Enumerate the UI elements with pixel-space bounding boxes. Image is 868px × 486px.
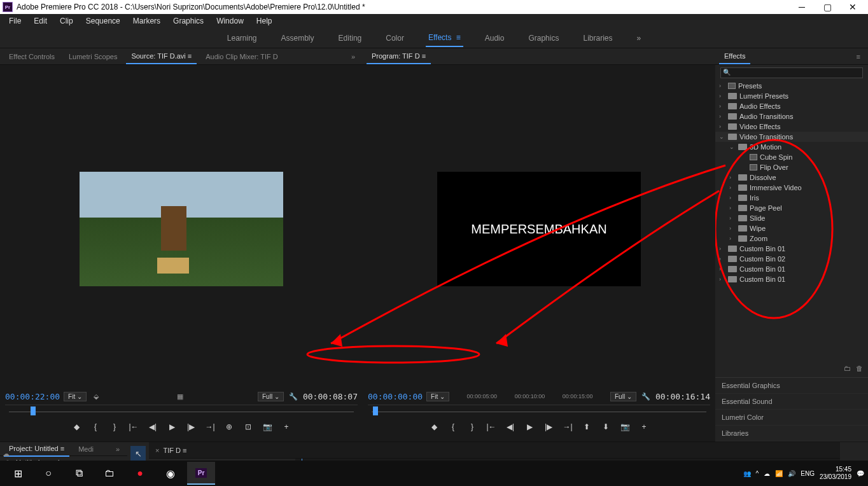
go-in-icon[interactable]: |← xyxy=(484,420,498,434)
ws-overflow-icon[interactable]: » xyxy=(634,30,644,46)
program-zoom-dropdown[interactable]: Full ⌄ xyxy=(610,392,636,401)
ws-color[interactable]: Color xyxy=(383,30,407,46)
add-marker-icon[interactable]: ◆ xyxy=(427,420,441,434)
source-settings-icon[interactable]: 🔧 xyxy=(288,391,299,402)
effects-tree-item[interactable]: ›Audio Transitions xyxy=(715,111,868,122)
program-settings-icon[interactable]: 🔧 xyxy=(640,391,652,402)
source-fit-dropdown[interactable]: Fit ⌄ xyxy=(64,392,87,401)
ws-learning[interactable]: Learning xyxy=(225,30,260,46)
ws-editing[interactable]: Editing xyxy=(336,30,365,46)
task-view-icon[interactable]: ⧉ xyxy=(65,462,93,485)
creative-cloud-icon[interactable]: ☁ xyxy=(3,450,10,458)
tray-up-icon[interactable]: ^ xyxy=(756,470,759,477)
effects-tree-item[interactable]: ›Page Peel xyxy=(715,203,868,213)
volume-icon[interactable]: 🔊 xyxy=(788,470,795,477)
mark-in-icon[interactable]: { xyxy=(446,420,460,434)
minimize-button[interactable]: ─ xyxy=(789,0,815,14)
expand-arrow-icon[interactable]: › xyxy=(719,256,725,262)
start-button[interactable]: ⊞ xyxy=(4,462,32,485)
export-frame-icon[interactable]: 📷 xyxy=(618,420,632,434)
menu-markers[interactable]: Markers xyxy=(127,15,167,27)
tab-effects[interactable]: Effects xyxy=(719,49,750,64)
source-ruler[interactable] xyxy=(5,405,358,417)
ws-libraries[interactable]: Libraries xyxy=(580,30,615,46)
menu-help[interactable]: Help xyxy=(250,15,279,27)
tab-lumetri-scopes[interactable]: Lumetri Scopes xyxy=(64,50,122,64)
go-out-icon[interactable]: →| xyxy=(561,420,575,434)
expand-arrow-icon[interactable]: › xyxy=(729,235,736,242)
play-icon[interactable]: ▶ xyxy=(165,420,179,434)
ws-graphics[interactable]: Graphics xyxy=(526,30,561,46)
close-seq-icon[interactable]: × xyxy=(155,447,159,454)
expand-arrow-icon[interactable]: › xyxy=(719,113,725,120)
wifi-icon[interactable]: 📶 xyxy=(775,470,783,477)
notifications-icon[interactable]: 💬 xyxy=(857,470,864,477)
insert-icon[interactable]: ⊕ xyxy=(222,420,236,434)
tab-program[interactable]: Program: TIF D ≡ xyxy=(367,49,431,64)
expand-arrow-icon[interactable]: › xyxy=(719,123,725,130)
step-back-icon[interactable]: ◀| xyxy=(503,420,517,434)
effects-tree-item[interactable]: ›Audio Effects xyxy=(715,101,868,111)
effects-tree-item[interactable]: ›Slide xyxy=(715,213,868,223)
expand-arrow-icon[interactable]: › xyxy=(719,266,725,272)
expand-arrow-icon[interactable]: › xyxy=(729,184,736,191)
menu-file[interactable]: File xyxy=(3,15,27,27)
onedrive-icon[interactable]: ☁ xyxy=(764,470,770,477)
file-explorer-icon[interactable]: 🗀 xyxy=(95,462,123,485)
effects-tree-item[interactable]: ›Custom Bin 01 xyxy=(715,244,868,254)
expand-arrow-icon[interactable]: › xyxy=(719,93,725,99)
lift-icon[interactable]: ⬆ xyxy=(580,420,594,434)
tab-essential-sound[interactable]: Essential Sound xyxy=(715,394,868,410)
menu-sequence[interactable]: Sequence xyxy=(80,15,127,27)
go-in-icon[interactable]: |← xyxy=(127,420,141,434)
lang-indicator[interactable]: ENG xyxy=(801,470,815,477)
export-frame-icon[interactable]: 📷 xyxy=(260,420,274,434)
program-tc-left[interactable]: 00:00:00:00 xyxy=(368,392,423,401)
expand-arrow-icon[interactable]: ⌄ xyxy=(729,144,736,150)
people-icon[interactable]: 👥 xyxy=(743,470,751,477)
program-fit-dropdown[interactable]: Fit ⌄ xyxy=(426,392,449,401)
sequence-tab[interactable]: TIF D ≡ xyxy=(163,447,186,454)
expand-arrow-icon[interactable]: › xyxy=(719,246,725,252)
program-video-frame[interactable]: MEMPERSEMBAHKAN xyxy=(437,172,641,286)
menu-clip[interactable]: Clip xyxy=(53,15,80,27)
extract-icon[interactable]: ⬇ xyxy=(599,420,613,434)
premiere-taskbar-icon[interactable]: Pr xyxy=(187,462,215,485)
source-video-frame[interactable] xyxy=(80,172,283,286)
effects-tree-item[interactable]: ›Immersive Video xyxy=(715,183,868,193)
source-overflow-icon[interactable]: » xyxy=(347,53,359,60)
mark-in-icon[interactable]: { xyxy=(88,420,102,434)
step-back-icon[interactable]: ◀| xyxy=(146,420,160,434)
ws-assembly[interactable]: Assembly xyxy=(279,30,317,46)
step-fwd-icon[interactable]: |▶ xyxy=(184,420,198,434)
effects-panel-menu-icon[interactable]: ≡ xyxy=(853,53,864,60)
tab-project[interactable]: Project: Untitled ≡ xyxy=(4,441,69,457)
delete-icon[interactable]: 🗑 xyxy=(856,364,863,375)
source-zoom-dropdown[interactable]: Full ⌄ xyxy=(258,392,284,401)
new-bin-icon[interactable]: 🗀 xyxy=(844,364,851,375)
mark-out-icon[interactable]: } xyxy=(465,420,479,434)
effects-tree-item[interactable]: ›Custom Bin 02 xyxy=(715,254,868,264)
selection-tool-icon[interactable]: ↖ xyxy=(130,446,146,461)
effects-tree-item[interactable]: ›Presets xyxy=(715,81,868,91)
overwrite-icon[interactable]: ⊡ xyxy=(241,420,255,434)
expand-arrow-icon[interactable]: › xyxy=(729,205,736,211)
source-marker-icon[interactable]: ⬙ xyxy=(90,391,102,402)
tab-media-browser[interactable]: Medi xyxy=(73,442,99,456)
expand-arrow-icon[interactable]: › xyxy=(719,83,725,89)
project-overflow-icon[interactable]: » xyxy=(112,445,123,453)
menu-graphics[interactable]: Graphics xyxy=(167,15,210,27)
effects-tree-item[interactable]: ›Custom Bin 01 xyxy=(715,264,868,274)
expand-arrow-icon[interactable]: › xyxy=(719,103,725,109)
tab-audio-mixer[interactable]: Audio Clip Mixer: TIF D xyxy=(200,50,283,64)
menu-window[interactable]: Window xyxy=(210,15,250,27)
chrome-icon[interactable]: ◉ xyxy=(157,462,185,485)
go-out-icon[interactable]: →| xyxy=(203,420,217,434)
tab-libraries[interactable]: Libraries xyxy=(715,426,868,441)
system-clock[interactable]: 15:45 23/03/2019 xyxy=(820,466,851,481)
tab-lumetri-color[interactable]: Lumetri Color xyxy=(715,410,868,426)
menu-edit[interactable]: Edit xyxy=(27,15,53,27)
source-safe-margins-icon[interactable]: ▦ xyxy=(174,391,186,402)
expand-arrow-icon[interactable]: › xyxy=(729,225,736,232)
button-editor-icon[interactable]: + xyxy=(279,420,293,434)
